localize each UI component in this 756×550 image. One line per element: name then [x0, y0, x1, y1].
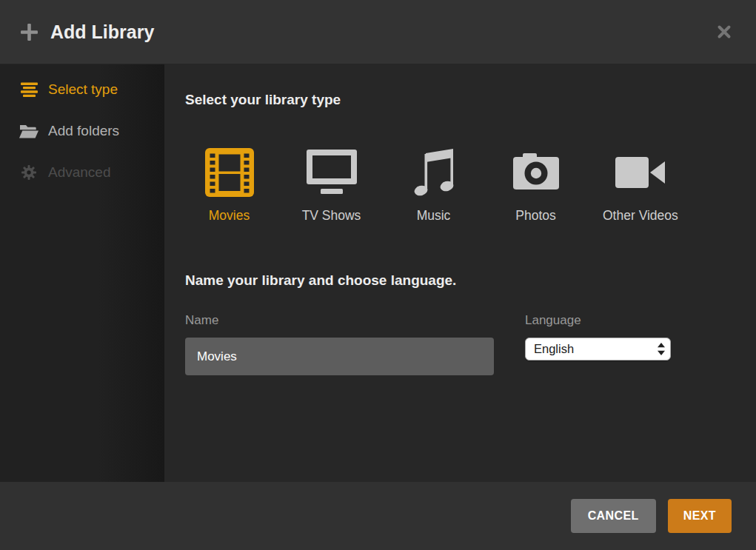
library-type-label: TV Shows [302, 208, 361, 224]
language-label: Language [525, 313, 671, 328]
music-note-icon [411, 147, 457, 198]
gear-icon [19, 164, 39, 181]
cancel-button[interactable]: CANCEL [571, 499, 656, 533]
folder-open-icon [19, 124, 39, 138]
library-type-photos[interactable]: Photos [501, 147, 571, 224]
plus-icon [21, 24, 38, 41]
dialog-footer: CANCEL NEXT [0, 482, 756, 550]
name-label: Name [185, 313, 494, 328]
sidebar-item-add-folders[interactable]: Add folders [0, 110, 164, 152]
language-select[interactable]: English [525, 338, 671, 360]
library-type-movies[interactable]: Movies [194, 147, 264, 224]
sidebar-item-label: Advanced [48, 164, 111, 181]
sidebar-item-label: Add folders [48, 123, 119, 139]
sidebar-item-select-type[interactable]: Select type [0, 69, 164, 110]
next-button[interactable]: NEXT [668, 499, 732, 533]
sidebar: Select type Add folders [0, 64, 164, 482]
library-type-label: Movies [209, 208, 250, 224]
add-library-dialog: Add Library Select type [0, 0, 756, 550]
sidebar-item-advanced: Advanced [0, 152, 164, 193]
library-type-label: Music [417, 208, 451, 224]
sidebar-item-label: Select type [48, 81, 118, 98]
library-type-label: Other Videos [603, 208, 678, 224]
dialog-body: Select type Add folders [0, 64, 756, 482]
form-row: Name Language English [185, 313, 734, 375]
language-select-value: English [534, 342, 658, 356]
close-button[interactable] [715, 22, 734, 41]
dialog-title: Add Library [50, 21, 154, 43]
tv-icon [305, 147, 358, 198]
name-field: Name [185, 313, 494, 375]
close-icon [717, 24, 732, 39]
library-type-label: Photos [515, 208, 555, 224]
library-type-tv-shows[interactable]: TV Shows [296, 147, 367, 224]
select-stepper-icon [658, 343, 665, 355]
library-type-other-videos[interactable]: Other Videos [603, 147, 678, 224]
film-icon [205, 147, 254, 198]
camera-icon [513, 147, 559, 198]
video-camera-icon [615, 147, 666, 198]
library-type-row: Movies TV Shows [194, 147, 734, 224]
name-section-title: Name your library and choose language. [185, 272, 734, 289]
dialog-header: Add Library [0, 0, 756, 64]
list-icon [19, 82, 39, 97]
main-panel: Select your library type [164, 64, 756, 482]
library-type-section-title: Select your library type [185, 92, 734, 108]
language-field: Language English [525, 313, 671, 375]
library-type-music[interactable]: Music [398, 147, 469, 224]
name-input[interactable] [185, 338, 494, 375]
